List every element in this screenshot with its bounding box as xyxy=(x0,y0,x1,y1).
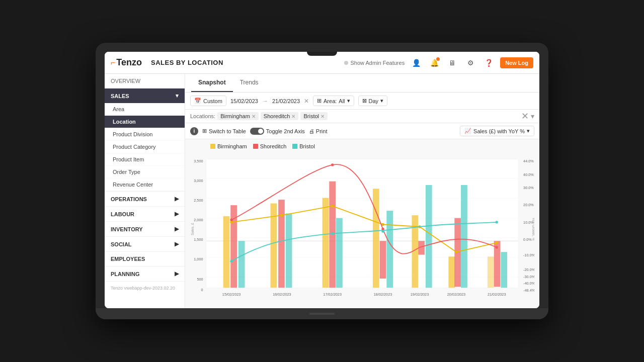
day-label: Day xyxy=(369,98,379,104)
dot-birmingham-7 xyxy=(495,241,498,244)
remove-bristol-button[interactable]: ✕ xyxy=(320,114,325,119)
dot-bristol-1 xyxy=(230,260,232,262)
dot-bristol-3 xyxy=(381,230,384,232)
info-icon[interactable]: i xyxy=(190,127,198,135)
sidebar-item-employees[interactable]: EMPLOYEES xyxy=(105,252,185,266)
svg-text:-48.4%: -48.4% xyxy=(523,288,534,293)
sidebar-item-overview[interactable]: OVERVIEW xyxy=(105,74,185,88)
remove-shoreditch-button[interactable]: ✕ xyxy=(291,114,295,119)
sidebar-item-location[interactable]: Location xyxy=(105,116,185,128)
dot-shoreditch-1 xyxy=(230,219,232,221)
sidebar-item-product-division[interactable]: Product Division xyxy=(105,128,185,141)
chart-svg-container: 3,500 3,000 2,500 2,000 1,500 1,000 500 … xyxy=(190,151,534,302)
date-clear-button[interactable]: ✕ xyxy=(304,98,309,105)
bar-bristol-6 xyxy=(461,185,467,288)
svg-text:YoY Growth, %: YoY Growth, % xyxy=(532,218,534,241)
table-icon: ⊞ xyxy=(202,128,207,134)
bar-bristol-2 xyxy=(286,214,292,288)
svg-text:3,500: 3,500 xyxy=(194,159,203,163)
switch-table-button[interactable]: ⊞ Switch to Table xyxy=(202,128,246,134)
day-chevron: ▾ xyxy=(380,98,383,104)
bar-shoreditch-4 xyxy=(380,241,386,279)
sidebar-item-planning[interactable]: PLANNING ▶ xyxy=(105,266,185,282)
tab-snapshot[interactable]: Snapshot xyxy=(191,74,233,92)
filter-tag-bristol: Bristol ✕ xyxy=(300,112,328,120)
legend-dot-bristol xyxy=(292,144,297,149)
toggle-axis-button[interactable]: Toggle 2nd Axis xyxy=(250,128,305,135)
sidebar-item-operations[interactable]: OPERATIONS ▶ xyxy=(105,192,185,207)
svg-text:-30.0%: -30.0% xyxy=(523,275,534,279)
user-icon[interactable]: 👤 xyxy=(410,56,423,69)
filter-tag-birmingham: Birmingham ✕ xyxy=(217,112,259,120)
svg-text:1,500: 1,500 xyxy=(194,237,203,242)
bar-shoreditch-2 xyxy=(278,200,285,288)
tab-bar: Snapshot Trends xyxy=(185,74,539,93)
sidebar-item-order-type[interactable]: Order Type xyxy=(105,166,185,178)
chart-toolbar: i ⊞ Switch to Table Toggle 2nd Axis 🖨 Pr… xyxy=(185,123,539,139)
sidebar-section-sales-header[interactable]: SALES ▾ xyxy=(105,88,185,103)
admin-toggle[interactable]: Show Admin Features xyxy=(344,60,405,66)
remove-birmingham-button[interactable]: ✕ xyxy=(252,114,256,119)
sidebar-item-product-category[interactable]: Product Category xyxy=(105,141,185,153)
sidebar: OVERVIEW SALES ▾ Area Location Product D… xyxy=(105,74,185,308)
chart-area: Birmingham Shoreditch Bristol xyxy=(185,139,539,308)
legend-dot-shoreditch xyxy=(253,144,258,149)
area-icon: ⊞ xyxy=(317,98,321,104)
legend-birmingham: Birmingham xyxy=(210,143,247,149)
bar-birmingham-6 xyxy=(448,256,455,288)
legend-bristol: Bristol xyxy=(292,143,315,149)
dot-shoreditch-peak xyxy=(331,163,334,166)
monitor-icon[interactable]: 🖥 xyxy=(446,56,459,69)
toggle-axis-switch[interactable] xyxy=(250,128,264,135)
day-select[interactable]: ⊠ Day ▾ xyxy=(358,96,388,106)
bell-icon[interactable]: 🔔 xyxy=(428,56,441,69)
sidebar-item-area[interactable]: Area xyxy=(105,103,185,116)
bar-bristol-4 xyxy=(386,211,393,288)
bar-birmingham-3 xyxy=(323,198,329,288)
print-icon: 🖨 xyxy=(309,128,314,134)
area-select[interactable]: ⊞ Area: All ▾ xyxy=(313,96,354,106)
filter-expand-icon[interactable]: ▾ xyxy=(531,112,534,120)
bar-birmingham-4 xyxy=(373,189,379,288)
chart-icon: 📈 xyxy=(464,128,471,134)
area-value: All xyxy=(339,98,345,104)
sidebar-section-sales: SALES ▾ Area Location Product Division P… xyxy=(105,88,185,192)
dot-bristol-2 xyxy=(331,232,334,235)
dot-shoreditch-3 xyxy=(495,246,498,248)
sidebar-item-revenue-center[interactable]: Revenue Center xyxy=(105,178,185,191)
area-label: Area: xyxy=(324,98,337,104)
new-log-button[interactable]: New Log xyxy=(500,57,533,68)
svg-text:-10.0%: -10.0% xyxy=(523,253,534,257)
sidebar-item-labour[interactable]: LABOUR ▶ xyxy=(105,207,185,222)
notification-badge xyxy=(436,57,440,61)
date-preset-label: Custom xyxy=(203,98,222,104)
sidebar-item-social[interactable]: SOCIAL ▶ xyxy=(105,237,185,252)
svg-text:Sales, £: Sales, £ xyxy=(191,223,194,235)
filter-tag-shoreditch: Shoreditch ✕ xyxy=(261,112,299,120)
bar-birmingham-1 xyxy=(223,216,230,288)
svg-text:40.0%: 40.0% xyxy=(523,172,534,177)
svg-text:0.0%: 0.0% xyxy=(523,237,532,242)
date-preset-picker[interactable]: 📅 Custom xyxy=(190,96,226,106)
tab-trends[interactable]: Trends xyxy=(233,74,266,92)
settings-icon[interactable]: ⚙ xyxy=(464,56,477,69)
legend-dot-birmingham xyxy=(210,144,215,149)
help-icon[interactable]: ❓ xyxy=(482,56,495,69)
laptop-trackpad xyxy=(309,313,335,315)
admin-toggle-dot xyxy=(344,61,348,65)
logo-icon: ⌐ xyxy=(111,58,115,67)
metric-select[interactable]: 📈 Sales (£) with YoY % ▾ xyxy=(460,126,534,136)
chart-legend: Birmingham Shoreditch Bristol xyxy=(190,143,534,149)
header-actions: Show Admin Features 👤 🔔 🖥 ⚙ ❓ New Log xyxy=(344,56,533,69)
sidebar-item-inventory[interactable]: INVENTORY ▶ xyxy=(105,222,185,237)
svg-text:-40.0%: -40.0% xyxy=(523,281,534,286)
svg-text:0: 0 xyxy=(201,288,203,292)
bar-bristol-7 xyxy=(501,252,507,288)
filter-clear-all-button[interactable]: ✕ xyxy=(521,112,529,121)
print-button[interactable]: 🖨 Print xyxy=(309,128,328,134)
svg-text:-20.0%: -20.0% xyxy=(523,267,534,272)
svg-text:2,500: 2,500 xyxy=(194,198,203,203)
svg-text:500: 500 xyxy=(197,277,203,282)
sidebar-item-product-item[interactable]: Product Item xyxy=(105,153,185,166)
calendar-icon: 📅 xyxy=(194,98,201,104)
